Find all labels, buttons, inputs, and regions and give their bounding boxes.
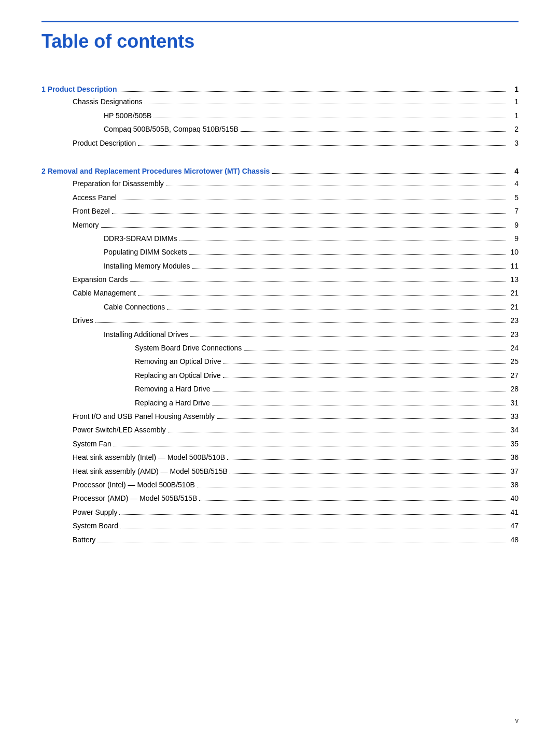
toc-dots — [241, 131, 506, 132]
toc-label: Processor (AMD) — Model 505B/515B — [73, 493, 197, 504]
toc-page: 4 — [508, 178, 519, 189]
toc-entry: Replacing a Hard Drive31 — [41, 397, 519, 409]
toc-dots — [197, 487, 506, 487]
toc-page: 24 — [508, 342, 519, 354]
toc-page: 37 — [508, 466, 519, 477]
toc-page: 4 — [508, 165, 519, 177]
toc-page: 11 — [508, 260, 519, 272]
toc-dots — [145, 104, 506, 104]
toc-page: 48 — [508, 534, 519, 545]
toc-label: Removing a Hard Drive — [135, 383, 211, 395]
toc-page: 41 — [508, 507, 519, 518]
toc-entry: Processor (Intel) — Model 500B/510B38 — [41, 479, 519, 490]
toc-label: System Fan — [73, 438, 111, 449]
toc-label: Product Description — [73, 137, 136, 149]
toc-page: 27 — [508, 370, 519, 381]
toc-dots — [213, 391, 507, 391]
toc-page: 21 — [508, 301, 519, 313]
toc-label: Expansion Cards — [73, 274, 128, 285]
toc-label: System Board — [73, 520, 118, 531]
toc-page: 35 — [508, 438, 519, 449]
toc-page: 33 — [508, 411, 519, 422]
toc-label: Cable Connections — [104, 301, 165, 313]
toc-page: 23 — [508, 329, 519, 340]
toc-entry: Chassis Designations1 — [41, 96, 519, 107]
toc-dots — [119, 514, 506, 515]
toc-label: Populating DIMM Sockets — [104, 246, 187, 258]
toc-label: Power Supply — [73, 507, 117, 518]
toc-label: Front Bezel — [73, 205, 110, 217]
toc-entry: System Board Drive Connections24 — [41, 342, 519, 354]
toc-label: Drives — [73, 315, 93, 326]
toc-entry: Processor (AMD) — Model 505B/515B40 — [41, 493, 519, 504]
toc-label: Cable Management — [73, 287, 136, 299]
toc-dots — [120, 528, 506, 528]
toc-page: 40 — [508, 493, 519, 504]
toc-page: 7 — [508, 205, 519, 217]
toc-entry: Replacing an Optical Drive27 — [41, 370, 519, 381]
toc-entry: 1 Product Description1 — [41, 83, 519, 95]
toc-dots — [212, 405, 506, 405]
toc-entry: System Board47 — [41, 520, 519, 531]
toc-dots — [168, 432, 506, 432]
toc-page: 38 — [508, 479, 519, 490]
toc-label: Heat sink assembly (Intel) — Model 500B/… — [73, 452, 225, 463]
toc-label: Installing Memory Modules — [104, 260, 190, 272]
toc-dots — [227, 459, 506, 460]
toc-spacer — [41, 151, 519, 159]
toc-dots — [217, 418, 506, 419]
toc-label: System Board Drive Connections — [135, 342, 242, 354]
toc-entry: Battery48 — [41, 534, 519, 545]
toc-entry: Cable Management21 — [41, 287, 519, 299]
toc-page: 13 — [508, 274, 519, 285]
toc-entry: Installing Memory Modules11 — [41, 260, 519, 272]
toc-label[interactable]: 1 Product Description — [41, 83, 117, 95]
toc-label: Replacing a Hard Drive — [135, 397, 210, 409]
toc-label: Heat sink assembly (AMD) — Model 505B/51… — [73, 466, 228, 477]
toc-page: 1 — [508, 83, 519, 95]
toc-entry: Memory9 — [41, 219, 519, 231]
toc-entry: 2 Removal and Replacement Procedures Mic… — [41, 165, 519, 177]
toc-dots — [112, 213, 506, 214]
toc-page: 25 — [508, 356, 519, 367]
toc-label[interactable]: 2 Removal and Replacement Procedures Mic… — [41, 165, 270, 177]
toc-page: 5 — [508, 192, 519, 203]
toc-label: Battery — [73, 534, 95, 545]
toc-label: HP 500B/505B — [104, 110, 151, 121]
toc-page: 3 — [508, 137, 519, 149]
toc-label: Chassis Designations — [73, 96, 143, 107]
toc-dots — [101, 227, 506, 228]
toc-entry: Installing Additional Drives23 — [41, 329, 519, 340]
toc-entry: Front Bezel7 — [41, 205, 519, 217]
toc-dots — [230, 473, 506, 474]
toc-dots — [153, 118, 506, 118]
toc-page: 34 — [508, 424, 519, 435]
toc-label: Processor (Intel) — Model 500B/510B — [73, 479, 195, 490]
toc-label: Preparation for Disassembly — [73, 178, 164, 189]
toc-entry: Preparation for Disassembly4 — [41, 178, 519, 189]
toc-dots — [192, 268, 506, 269]
toc-label: Compaq 500B/505B, Compaq 510B/515B — [104, 123, 239, 135]
toc-entry: Access Panel5 — [41, 192, 519, 203]
footer-page-number: v — [515, 716, 519, 724]
toc-dots — [138, 145, 506, 146]
toc-entry: Power Supply41 — [41, 507, 519, 518]
toc-page: 36 — [508, 452, 519, 463]
top-border — [41, 21, 519, 22]
toc-label: Memory — [73, 219, 99, 231]
toc-page: 9 — [508, 233, 519, 244]
toc-dots — [166, 186, 506, 186]
toc-entry: Front I/O and USB Panel Housing Assembly… — [41, 411, 519, 422]
toc-page: 31 — [508, 397, 519, 409]
toc-container: 1 Product Description1Chassis Designatio… — [41, 83, 519, 545]
toc-dots — [272, 173, 506, 174]
toc-entry: Power Switch/LED Assembly34 — [41, 424, 519, 435]
toc-dots — [179, 241, 506, 241]
toc-dots — [223, 363, 506, 364]
toc-dots — [189, 254, 506, 255]
toc-dots — [114, 446, 506, 446]
toc-page: 21 — [508, 287, 519, 299]
toc-label: Replacing an Optical Drive — [135, 370, 221, 381]
toc-entry: Removing a Hard Drive28 — [41, 383, 519, 395]
toc-dots — [223, 377, 506, 378]
